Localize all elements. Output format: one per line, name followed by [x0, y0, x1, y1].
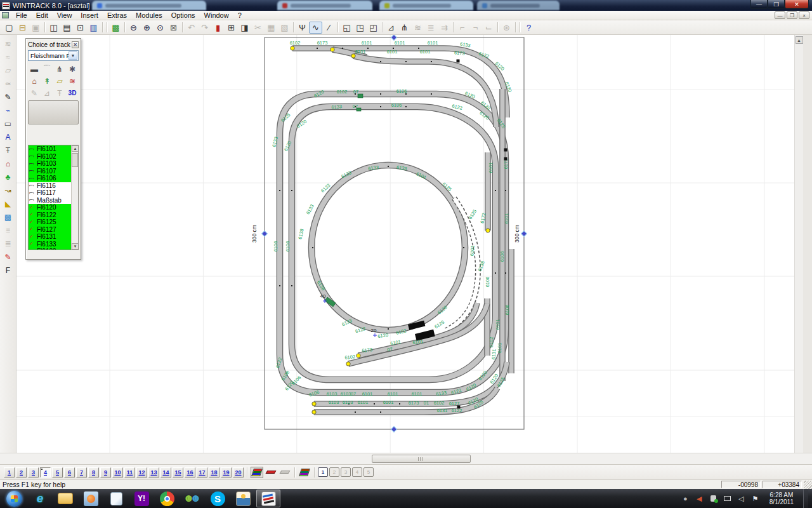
menu-help[interactable]: ? [233, 11, 246, 20]
layer-stack-button[interactable] [251, 467, 263, 478]
flex-line-button[interactable]: ↝ [1, 184, 15, 197]
view-3d-button[interactable]: 3D [66, 87, 79, 99]
scroll-down-button[interactable]: ▼ [72, 243, 79, 250]
parts-catalog-button[interactable]: ▮ [211, 22, 225, 34]
page-button-10[interactable]: 10 [112, 467, 123, 478]
zoom-page-button[interactable]: ⊙ [154, 22, 167, 34]
turntable-button[interactable]: ✱ [66, 63, 79, 75]
scrollbar-thumb[interactable] [72, 153, 78, 167]
resize-grip[interactable] [804, 481, 812, 489]
buffer-stop[interactable] [351, 54, 355, 58]
window-button-1[interactable]: 1 [318, 467, 328, 477]
buffer-stop[interactable] [346, 362, 350, 366]
buffer-stop[interactable] [312, 410, 316, 414]
network-icon[interactable] [723, 494, 732, 504]
scroll-up-button[interactable]: ▲ [796, 36, 803, 44]
page-setup-button[interactable]: ⊡ [74, 22, 87, 34]
airbrush-tool-button[interactable]: ✎ [1, 91, 15, 104]
buffer-stop[interactable] [331, 48, 334, 51]
show-desktop-button[interactable] [803, 489, 808, 508]
background-image-button[interactable]: ▩ [1, 211, 15, 224]
taskbar-app-file-explorer[interactable] [53, 490, 77, 507]
audio-alert-icon[interactable]: ◀ [695, 494, 704, 504]
part-info-button[interactable]: ◨ [238, 22, 251, 34]
plan-canvas-area[interactable]: 6102617361016101610161336101610161016173… [0, 35, 812, 453]
taskbar-app-live-messenger[interactable]: ☻☻ [180, 490, 204, 507]
zoom-selection-button[interactable]: ⊠ [167, 22, 180, 34]
text-tool-button[interactable]: A [1, 131, 15, 144]
list-scrollbar[interactable]: ▲▼ [71, 145, 78, 250]
taskbar-app-wintrack[interactable] [256, 490, 280, 507]
shift-track-button[interactable]: ◳ [353, 22, 367, 34]
contact-wire-button[interactable]: ⌁ [1, 104, 15, 117]
start-button[interactable] [6, 491, 22, 507]
print-preview-button[interactable]: ◫ [47, 22, 60, 34]
taskbar-app-chrome[interactable] [155, 490, 179, 507]
page-button-5[interactable]: 5 [52, 467, 63, 478]
board-handle-marker[interactable] [391, 426, 396, 432]
page-button-12[interactable]: 12 [136, 467, 147, 478]
page-button-9[interactable]: 9 [100, 467, 111, 478]
level-track-button[interactable]: ◰ [367, 22, 380, 34]
track-part-list[interactable]: ⌐¬Fl6101⌐¬Fl6102⌐¬Fl6103⌐¬Fl6107⌐¬Fl6106… [28, 145, 79, 250]
zoom-in-button[interactable]: ⊕ [140, 22, 154, 34]
zoom-out-button[interactable]: ⊖ [127, 22, 140, 34]
building-tool-button[interactable]: ⌂ [1, 157, 15, 170]
page-button-4[interactable]: 4 [40, 467, 51, 478]
menu-options[interactable]: Options [167, 11, 200, 20]
object-box-button[interactable]: ▭ [1, 117, 15, 130]
function-keys-button[interactable]: F [1, 264, 15, 277]
page-button-3[interactable]: 3 [28, 467, 39, 478]
tree-tool-button[interactable]: ♣ [1, 171, 15, 184]
page-button-14[interactable]: 14 [160, 467, 171, 478]
straight-flex-button[interactable]: ∕ [322, 22, 336, 34]
chevron-down-icon[interactable]: ▼ [69, 51, 77, 60]
turnout-track-button[interactable]: ⋔ [53, 63, 66, 75]
page-button-16[interactable]: 16 [185, 467, 195, 478]
building-parts-button[interactable]: ⌂ [28, 75, 41, 87]
taskbar-app-internet-explorer[interactable]: e [28, 490, 52, 507]
menu-window[interactable]: Window [200, 11, 233, 20]
buffer-stop[interactable] [291, 46, 294, 50]
arrange-layers-button[interactable] [298, 467, 311, 478]
vertical-scrollbar[interactable]: ▲ [794, 35, 803, 453]
flex-curve-button[interactable]: ∿ [309, 22, 322, 34]
menu-view[interactable]: View [53, 11, 77, 20]
close-button[interactable]: ✕ [785, 0, 809, 9]
menu-insert[interactable]: Insert [76, 11, 103, 20]
track-plan[interactable]: 6102617361016101610161336101610161016173… [0, 35, 794, 453]
buffer-stop[interactable] [486, 229, 490, 232]
buffer-stop[interactable] [312, 402, 316, 406]
mdi-minimize-button[interactable]: — [775, 11, 785, 19]
palette-close-button[interactable]: ✕ [72, 41, 79, 48]
taskbar-app-photo-viewer[interactable] [231, 490, 255, 507]
gradient-tool-button[interactable]: ⊿ [384, 22, 398, 34]
catenary-mast-button[interactable]: Ŧ [1, 144, 15, 157]
update-icon[interactable]: ● [681, 494, 690, 504]
page-button-8[interactable]: 8 [88, 467, 99, 478]
board-handle-marker[interactable] [261, 231, 267, 236]
straight-track-button[interactable]: ▬ [28, 63, 41, 75]
context-help-button[interactable]: ? [522, 22, 535, 34]
usb-icon[interactable] [709, 494, 718, 504]
raise-track-button[interactable]: ◱ [340, 22, 353, 34]
new-button[interactable]: ▢ [3, 22, 16, 34]
track-segment[interactable] [311, 165, 465, 330]
parts-table-button[interactable]: ⊞ [225, 22, 238, 34]
single-layer-button[interactable] [265, 467, 277, 478]
open-button[interactable]: ⊟ [16, 22, 29, 34]
taskbar-clock[interactable]: 6:28 AM 8/1/2011 [764, 491, 799, 505]
horizontal-scrollbar[interactable] [0, 453, 812, 464]
scrollbar-thumb[interactable] [372, 455, 471, 463]
page-button-7[interactable]: 7 [76, 467, 87, 478]
fork-track-button[interactable]: Ψ [296, 22, 309, 34]
menu-extras[interactable]: Extras [103, 11, 131, 20]
track-system-dropdown[interactable]: Fleischmann Pr ▼ [28, 50, 79, 61]
image-mode-button[interactable]: ▩ [109, 22, 122, 34]
print-button[interactable]: ▤ [60, 22, 74, 34]
action-center-flag-icon[interactable]: ⚑ [750, 494, 760, 504]
menu-file[interactable]: File [11, 11, 32, 20]
page-button-19[interactable]: 19 [221, 467, 232, 478]
buffer-stop[interactable] [357, 354, 360, 358]
menu-modules[interactable]: Modules [131, 11, 167, 20]
